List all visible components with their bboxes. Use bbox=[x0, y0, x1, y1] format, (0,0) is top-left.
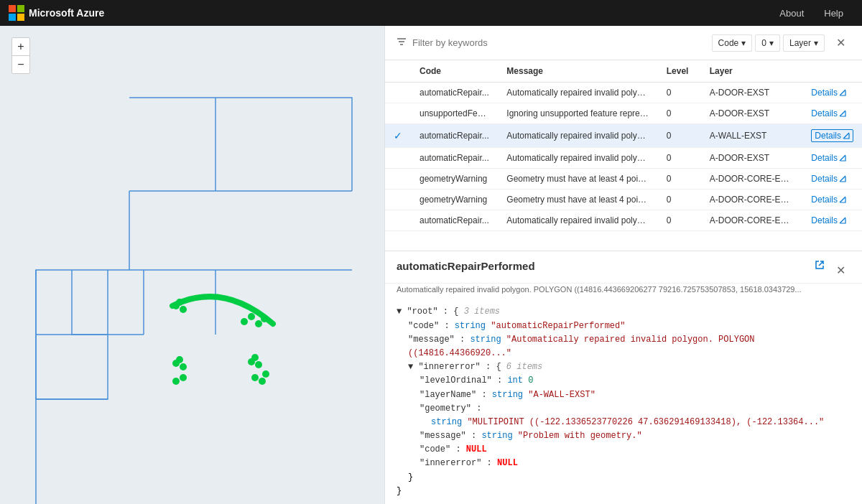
col-layer-header: Layer bbox=[701, 60, 803, 83]
row-message: Automatically repaired invalid polygon. … bbox=[498, 148, 657, 169]
svg-line-32 bbox=[840, 176, 845, 182]
svg-point-20 bbox=[255, 361, 262, 368]
row-layer: A-DOOR-CORE-EXST bbox=[701, 210, 803, 231]
table-row[interactable]: automaticRepair...Automatically repaired… bbox=[385, 210, 862, 231]
svg-point-23 bbox=[259, 378, 266, 385]
row-message: Automatically repaired invalid polygon. … bbox=[498, 83, 657, 103]
topbar-title: Microsoft Azure bbox=[29, 7, 104, 19]
row-code: automaticRepair... bbox=[411, 148, 498, 169]
row-details: Details bbox=[802, 190, 862, 210]
row-check bbox=[385, 83, 411, 103]
map-svg bbox=[0, 26, 384, 504]
layer-dropdown[interactable]: Layer ▾ bbox=[783, 34, 825, 52]
map-area[interactable]: + − bbox=[0, 26, 384, 504]
svg-point-18 bbox=[180, 374, 187, 381]
svg-point-11 bbox=[248, 313, 255, 320]
detail-close-button[interactable]: ✕ bbox=[830, 260, 851, 280]
zoom-in-button[interactable]: + bbox=[12, 38, 29, 55]
filter-close-button[interactable]: ✕ bbox=[830, 33, 851, 53]
row-details: Details bbox=[802, 210, 862, 231]
about-link[interactable]: About bbox=[769, 0, 814, 26]
details-link[interactable]: Details bbox=[811, 215, 853, 225]
table-row[interactable]: automaticRepair...Automatically repaired… bbox=[385, 148, 862, 169]
details-link[interactable]: Details bbox=[811, 195, 853, 205]
col-code-header: Code bbox=[411, 60, 498, 83]
detail-content: ▼ "root" : { 3 items "code" : string "au… bbox=[385, 299, 862, 504]
row-code: automaticRepair... bbox=[411, 210, 498, 231]
row-message: Automatically repaired invalid polygon. … bbox=[498, 210, 657, 231]
svg-line-33 bbox=[840, 197, 845, 202]
svg-point-8 bbox=[180, 306, 187, 313]
azure-logo: Microsoft Azure bbox=[9, 5, 104, 21]
details-link[interactable]: Details bbox=[811, 108, 853, 118]
col-level-header: Level bbox=[658, 60, 701, 83]
svg-point-24 bbox=[262, 370, 269, 378]
zoom-out-button[interactable]: − bbox=[12, 56, 29, 73]
row-details: Details bbox=[802, 124, 862, 148]
row-layer: A-DOOR-EXST bbox=[701, 83, 803, 103]
detail-header: automaticRepairPerformed ✕ bbox=[385, 251, 862, 284]
main-layout: + − bbox=[0, 26, 862, 504]
table-row[interactable]: unsupportedFeat...Ignoring unsupported f… bbox=[385, 103, 862, 124]
detail-subtitle: Automatically repaired invalid polygon. … bbox=[385, 284, 862, 299]
svg-line-30 bbox=[843, 133, 849, 139]
table-row[interactable]: ✓automaticRepair...Automatically repaire… bbox=[385, 124, 862, 148]
row-check: ✓ bbox=[385, 124, 411, 148]
filter-icon bbox=[397, 37, 407, 49]
row-details: Details bbox=[802, 103, 862, 124]
col-details-header bbox=[802, 60, 862, 83]
json-innererror-toggle[interactable]: ▼ bbox=[408, 362, 413, 372]
code-dropdown[interactable]: Code ▾ bbox=[712, 34, 753, 52]
svg-line-29 bbox=[840, 111, 845, 116]
details-link[interactable]: Details bbox=[811, 153, 853, 163]
col-check bbox=[385, 60, 411, 83]
details-link[interactable]: Details bbox=[811, 174, 853, 184]
row-level: 0 bbox=[658, 103, 701, 124]
row-level: 0 bbox=[658, 83, 701, 103]
azure-logo-icon bbox=[9, 5, 24, 21]
detail-panel: automaticRepairPerformed ✕ Automatically… bbox=[385, 251, 862, 504]
svg-rect-2 bbox=[9, 14, 16, 21]
svg-point-16 bbox=[176, 356, 183, 363]
details-link[interactable]: Details bbox=[811, 88, 853, 98]
row-layer: A-DOOR-CORE-EXST bbox=[701, 169, 803, 190]
row-check bbox=[385, 169, 411, 190]
table-header-row: Code Message Level Layer bbox=[385, 60, 862, 83]
details-link[interactable]: Details bbox=[811, 129, 853, 142]
row-details: Details bbox=[802, 83, 862, 103]
row-check bbox=[385, 210, 411, 231]
row-message: Ignoring unsupported feature representat… bbox=[498, 103, 657, 124]
row-level: 0 bbox=[658, 190, 701, 210]
svg-point-13 bbox=[261, 315, 268, 322]
svg-rect-0 bbox=[9, 5, 16, 12]
table-row[interactable]: geometryWarningGeometry must have at lea… bbox=[385, 169, 862, 190]
count-dropdown[interactable]: 0 ▾ bbox=[755, 34, 780, 52]
row-code: automaticRepair... bbox=[411, 83, 498, 103]
svg-point-22 bbox=[251, 374, 259, 381]
svg-point-10 bbox=[241, 318, 248, 325]
filter-bar: Code ▾ 0 ▾ Layer ▾ ✕ bbox=[385, 26, 862, 60]
check-icon: ✓ bbox=[394, 130, 402, 141]
row-code: geometryWarning bbox=[411, 169, 498, 190]
json-root-toggle[interactable]: ▼ bbox=[397, 307, 402, 317]
row-level: 0 bbox=[658, 169, 701, 190]
svg-point-9 bbox=[176, 299, 183, 306]
table-container[interactable]: Code Message Level Layer automaticRepair… bbox=[385, 60, 862, 251]
row-message: Automatically repaired invalid polygon. … bbox=[498, 124, 657, 148]
filter-input[interactable] bbox=[412, 37, 706, 48]
svg-point-21 bbox=[251, 354, 259, 361]
svg-point-17 bbox=[172, 378, 180, 385]
filter-dropdowns: Code ▾ 0 ▾ Layer ▾ bbox=[712, 34, 825, 52]
detail-external-link-icon[interactable] bbox=[815, 260, 825, 272]
table-body: automaticRepair...Automatically repaired… bbox=[385, 83, 862, 231]
row-level: 0 bbox=[658, 148, 701, 169]
help-link[interactable]: Help bbox=[814, 0, 853, 26]
row-message: Geometry must have at least 4 points wit… bbox=[498, 169, 657, 190]
table-row[interactable]: geometryWarningGeometry must have at lea… bbox=[385, 190, 862, 210]
row-check bbox=[385, 103, 411, 124]
zoom-controls: + − bbox=[11, 37, 30, 74]
row-details: Details bbox=[802, 148, 862, 169]
row-details: Details bbox=[802, 169, 862, 190]
table-row[interactable]: automaticRepair...Automatically repaired… bbox=[385, 83, 862, 103]
warnings-table: Code Message Level Layer automaticRepair… bbox=[385, 60, 862, 231]
